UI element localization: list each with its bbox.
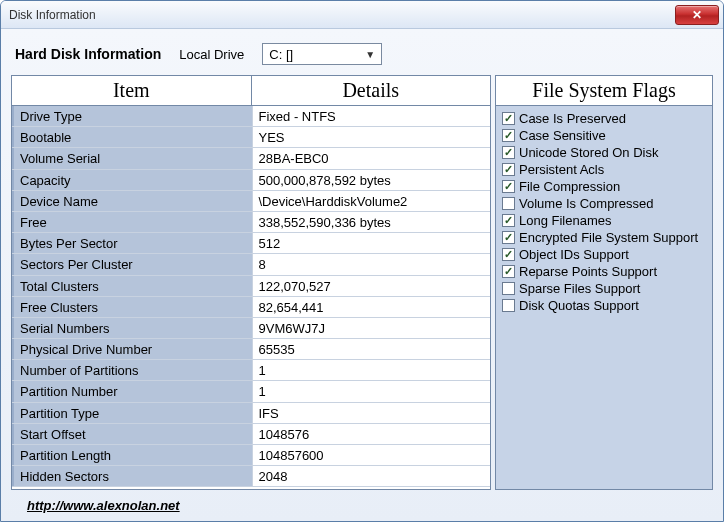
cell-detail: 28BA-EBC0	[253, 148, 491, 168]
table-row[interactable]: Start Offset1048576	[12, 424, 490, 445]
cell-item: Number of Partitions	[12, 360, 253, 380]
cell-detail: 2048	[253, 466, 491, 486]
flag-item[interactable]: Encrypted File System Support	[502, 229, 706, 246]
cell-detail: 512	[253, 233, 491, 253]
table-row[interactable]: Device Name\Device\HarddiskVolume2	[12, 191, 490, 212]
close-button[interactable]: ✕	[675, 5, 719, 25]
cell-detail: \Device\HarddiskVolume2	[253, 191, 491, 211]
flag-item[interactable]: Persistent Acls	[502, 161, 706, 178]
chevron-down-icon: ▼	[363, 49, 377, 60]
checkbox-icon[interactable]	[502, 129, 515, 142]
flag-label: Object IDs Support	[519, 246, 629, 263]
drive-select[interactable]: C: [] ▼	[262, 43, 382, 65]
checkbox-icon[interactable]	[502, 299, 515, 312]
table-body: Drive TypeFixed - NTFSBootableYESVolume …	[12, 106, 490, 489]
flag-label: Disk Quotas Support	[519, 297, 639, 314]
footer: http://www.alexnolan.net	[11, 490, 713, 515]
flag-item[interactable]: Disk Quotas Support	[502, 297, 706, 314]
cell-detail: 82,654,441	[253, 297, 491, 317]
col-details-header: Details	[252, 76, 491, 105]
cell-detail: 1	[253, 381, 491, 401]
flag-item[interactable]: Sparse Files Support	[502, 280, 706, 297]
window-title: Disk Information	[9, 8, 675, 22]
hard-disk-info-label: Hard Disk Information	[15, 46, 161, 62]
cell-item: Capacity	[12, 170, 253, 190]
cell-item: Device Name	[12, 191, 253, 211]
checkbox-icon[interactable]	[502, 282, 515, 295]
website-link[interactable]: http://www.alexnolan.net	[27, 498, 180, 513]
table-row[interactable]: Physical Drive Number65535	[12, 339, 490, 360]
flag-item[interactable]: Case Sensitive	[502, 127, 706, 144]
flag-label: Sparse Files Support	[519, 280, 640, 297]
cell-detail: 1048576	[253, 424, 491, 444]
cell-item: Volume Serial	[12, 148, 253, 168]
cell-item: Bootable	[12, 127, 253, 147]
cell-item: Partition Number	[12, 381, 253, 401]
cell-item: Free	[12, 212, 253, 232]
table-row[interactable]: Free338,552,590,336 bytes	[12, 212, 490, 233]
cell-item: Sectors Per Cluster	[12, 254, 253, 274]
flag-item[interactable]: Object IDs Support	[502, 246, 706, 263]
flag-item[interactable]: Unicode Stored On Disk	[502, 144, 706, 161]
flag-label: File Compression	[519, 178, 620, 195]
table-row[interactable]: BootableYES	[12, 127, 490, 148]
cell-detail: 9VM6WJ7J	[253, 318, 491, 338]
checkbox-icon[interactable]	[502, 180, 515, 193]
table-row[interactable]: Bytes Per Sector512	[12, 233, 490, 254]
window-frame: Disk Information ✕ Hard Disk Information…	[0, 0, 724, 522]
flags-body: Case Is PreservedCase SensitiveUnicode S…	[496, 106, 712, 318]
main-area: Item Details Drive TypeFixed - NTFSBoota…	[11, 75, 713, 490]
checkbox-icon[interactable]	[502, 197, 515, 210]
cell-detail: YES	[253, 127, 491, 147]
flag-item[interactable]: Case Is Preserved	[502, 110, 706, 127]
flag-item[interactable]: Long Filenames	[502, 212, 706, 229]
cell-item: Partition Type	[12, 403, 253, 423]
table-row[interactable]: Number of Partitions1	[12, 360, 490, 381]
cell-detail: Fixed - NTFS	[253, 106, 491, 126]
drive-select-value: C: []	[269, 47, 363, 62]
flag-label: Long Filenames	[519, 212, 612, 229]
table-row[interactable]: Hidden Sectors2048	[12, 466, 490, 487]
cell-detail: 8	[253, 254, 491, 274]
info-table: Item Details Drive TypeFixed - NTFSBoota…	[11, 75, 491, 490]
checkbox-icon[interactable]	[502, 248, 515, 261]
table-row[interactable]: Capacity500,000,878,592 bytes	[12, 170, 490, 191]
checkbox-icon[interactable]	[502, 265, 515, 278]
table-row[interactable]: Volume Serial28BA-EBC0	[12, 148, 490, 169]
flags-header: File System Flags	[496, 76, 712, 106]
cell-item: Start Offset	[12, 424, 253, 444]
cell-item: Drive Type	[12, 106, 253, 126]
table-row[interactable]: Sectors Per Cluster8	[12, 254, 490, 275]
local-drive-label: Local Drive	[179, 47, 244, 62]
table-row[interactable]: Partition TypeIFS	[12, 403, 490, 424]
checkbox-icon[interactable]	[502, 163, 515, 176]
cell-detail: 500,000,878,592 bytes	[253, 170, 491, 190]
table-row[interactable]: Drive TypeFixed - NTFS	[12, 106, 490, 127]
flag-label: Case Is Preserved	[519, 110, 626, 127]
checkbox-icon[interactable]	[502, 214, 515, 227]
flag-label: Persistent Acls	[519, 161, 604, 178]
flag-item[interactable]: File Compression	[502, 178, 706, 195]
checkbox-icon[interactable]	[502, 231, 515, 244]
flag-item[interactable]: Volume Is Compressed	[502, 195, 706, 212]
cell-item: Total Clusters	[12, 276, 253, 296]
checkbox-icon[interactable]	[502, 112, 515, 125]
checkbox-icon[interactable]	[502, 146, 515, 159]
cell-detail: 1	[253, 360, 491, 380]
flag-label: Reparse Points Support	[519, 263, 657, 280]
flag-label: Case Sensitive	[519, 127, 606, 144]
cell-item: Serial Numbers	[12, 318, 253, 338]
cell-detail: IFS	[253, 403, 491, 423]
table-row[interactable]: Serial Numbers9VM6WJ7J	[12, 318, 490, 339]
cell-detail: 104857600	[253, 445, 491, 465]
flag-label: Encrypted File System Support	[519, 229, 698, 246]
window-body: Hard Disk Information Local Drive C: [] …	[1, 29, 723, 521]
table-row[interactable]: Partition Length104857600	[12, 445, 490, 466]
table-row[interactable]: Total Clusters122,070,527	[12, 276, 490, 297]
cell-item: Bytes Per Sector	[12, 233, 253, 253]
table-row[interactable]: Free Clusters82,654,441	[12, 297, 490, 318]
flag-item[interactable]: Reparse Points Support	[502, 263, 706, 280]
flag-label: Volume Is Compressed	[519, 195, 653, 212]
table-row[interactable]: Partition Number1	[12, 381, 490, 402]
close-icon: ✕	[692, 8, 702, 22]
